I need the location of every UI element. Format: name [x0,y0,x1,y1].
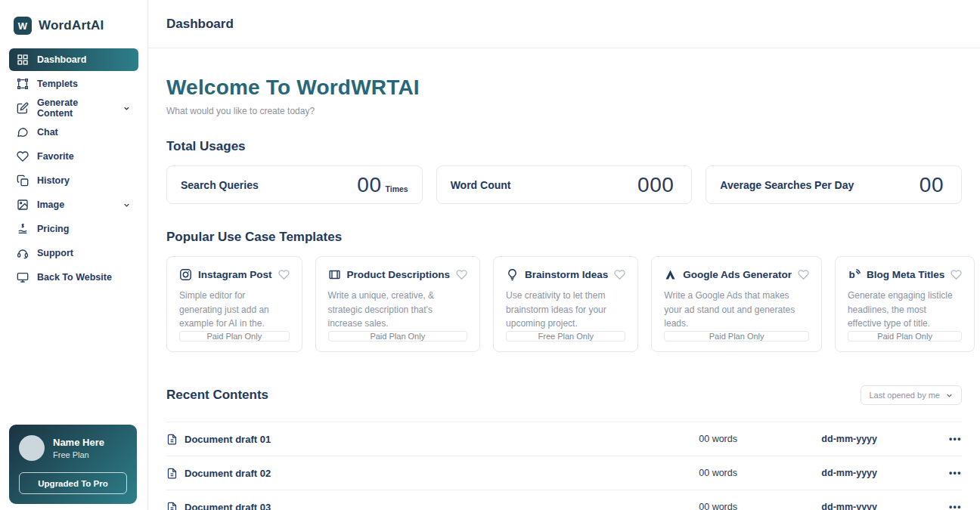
date-value: dd-mm-yyyy [737,434,877,444]
sidebar-item-support[interactable]: Support [9,242,138,264]
template-description: Write a unique, creative, & strategic de… [328,289,468,331]
user-profile-card: Name Here Free Plan Upgraded To Pro [9,425,137,504]
app-logo[interactable]: W WordArtAI [0,12,147,48]
sidebar-item-back-to-website[interactable]: Back To Website [9,266,138,289]
sidebar-item-templets[interactable]: Templets [9,73,138,95]
word-count: 00 words [654,468,737,478]
chevron-down-icon [122,104,131,113]
plan-badge-button[interactable]: Free Plan Only [506,331,625,342]
welcome-heading: Welcome To WordWRTAI [166,76,962,100]
template-card-brainstorm-ideas[interactable]: Brainstorm Ideas Use creativity to let t… [493,256,638,352]
last-opened-filter-dropdown[interactable]: Last opened by me [861,385,962,405]
svg-text:b: b [848,269,854,280]
favorite-heart-icon[interactable] [456,269,467,280]
template-card-instagram-post[interactable]: Instagram Post Simple editor for generat… [166,256,302,352]
favorite-heart-icon[interactable] [278,269,290,280]
plan-badge-button[interactable]: Paid Plan Only [664,331,809,342]
recent-contents-heading: Recent Contents [166,388,268,403]
sidebar-item-label: Templets [37,79,78,89]
table-row[interactable]: Document draft 02 00 words dd-mm-yyyy ••… [166,456,962,490]
filter-label: Last opened by me [869,391,940,400]
sidebar-nav: Dashboard Templets Generate Content Chat… [0,48,147,289]
hand-dollar-icon [17,223,29,235]
row-options-menu[interactable]: ••• [877,502,962,510]
table-row[interactable]: Document draft 01 00 words dd-mm-yyyy ••… [166,422,962,456]
plan-badge-button[interactable]: Paid Plan Only [848,331,962,342]
sidebar-item-image[interactable]: Image [9,193,138,216]
usage-label: Search Queries [181,179,259,191]
chevron-down-icon [122,201,131,209]
dashboard-content: Welcome To WordWRTAI What would you like… [148,48,980,510]
sidebar-item-label: Support [37,248,73,258]
logo-w-icon: W [14,17,32,35]
sidebar-item-label: Image [37,199,64,210]
sidebar-item-dashboard[interactable]: Dashboard [9,48,138,71]
favorite-heart-icon[interactable] [798,269,809,280]
sidebar-item-history[interactable]: History [9,169,138,192]
document-icon [166,434,178,445]
template-title: Blog Meta Titles [867,269,944,280]
sidebar-item-label: Dashboard [37,54,86,65]
avatar [19,435,45,461]
lightbulb-icon [506,268,519,281]
sidebar-item-label: Chat [37,127,58,138]
template-description: Write a Google Ads that makes your ad st… [664,289,809,331]
template-description: Use creativity to let them brainstorm id… [506,289,625,331]
upgrade-to-pro-button[interactable]: Upgraded To Pro [19,472,127,494]
usage-unit: Times [385,184,408,193]
dashboard-grid-icon [17,54,29,66]
date-value: dd-mm-yyyy [737,468,877,478]
headset-icon [17,247,29,259]
sidebar-item-label: Pricing [37,224,69,234]
usage-label: Word Count [451,179,511,191]
top-bar: Dashboard [148,0,980,48]
copy-icon [17,175,29,187]
page-title: Dashboard [166,17,234,32]
chevron-down-icon [945,391,954,400]
plan-badge-button[interactable]: Paid Plan Only [328,331,468,342]
blog-signal-icon: b [848,268,861,281]
sidebar: W WordArtAI Dashboard Templets Generate … [0,0,148,510]
app-name: WordArtAI [39,18,104,33]
template-card-product-descriptions[interactable]: Product Descriptions Write a unique, cre… [315,256,481,352]
recent-contents-list: Document draft 01 00 words dd-mm-yyyy ••… [166,422,962,510]
sidebar-item-pricing[interactable]: Pricing [9,218,138,240]
total-usages-heading: Total Usages [166,139,962,154]
document-name: Document draft 01 [185,434,271,445]
favorite-heart-icon[interactable] [951,269,962,280]
sidebar-item-label: Back To Website [37,272,112,283]
template-title: Brainstorm Ideas [525,269,608,280]
sidebar-item-label: History [37,175,70,186]
google-ads-icon [664,268,677,281]
plan-badge-button[interactable]: Paid Plan Only [179,331,290,342]
sidebar-item-chat[interactable]: Chat [9,121,138,144]
usage-label: Average Searches Per Day [720,179,854,191]
main-area: Dashboard Welcome To WordWRTAI What woul… [148,0,980,510]
templates-heading: Popular Use Case Templates [166,230,962,245]
table-row[interactable]: Document draft 03 00 words dd-mm-yyyy ••… [166,490,962,510]
frame-icon [17,78,29,90]
monitor-icon [17,271,29,283]
template-description: Simple editor for generating just add an… [179,289,290,331]
template-cards: Instagram Post Simple editor for generat… [166,256,962,352]
row-options-menu[interactable]: ••• [877,468,962,478]
chat-bubble-icon [17,126,29,138]
usage-value: 00 [357,173,381,197]
document-name: Document draft 02 [185,468,271,479]
template-title: Google Ads Generator [683,269,792,280]
row-options-menu[interactable]: ••• [877,434,962,444]
usage-card-word-count: Word Count 000 [436,165,693,204]
favorite-heart-icon[interactable] [614,269,625,280]
edit-icon [17,102,29,114]
template-card-google-ads-generator[interactable]: Google Ads Generator Write a Google Ads … [651,256,822,352]
date-value: dd-mm-yyyy [737,502,877,510]
heart-icon [17,150,29,162]
template-card-blog-meta-titles[interactable]: b Blog Meta Titles Generate engaging lis… [835,256,975,352]
sidebar-item-generate-content[interactable]: Generate Content [9,97,138,119]
template-title: Instagram Post [198,269,272,280]
welcome-subtitle: What would you like to create today? [166,106,962,116]
user-plan: Free Plan [53,450,104,459]
user-name: Name Here [53,437,104,450]
sidebar-item-favorite[interactable]: Favorite [9,145,138,168]
instagram-icon [179,268,192,281]
